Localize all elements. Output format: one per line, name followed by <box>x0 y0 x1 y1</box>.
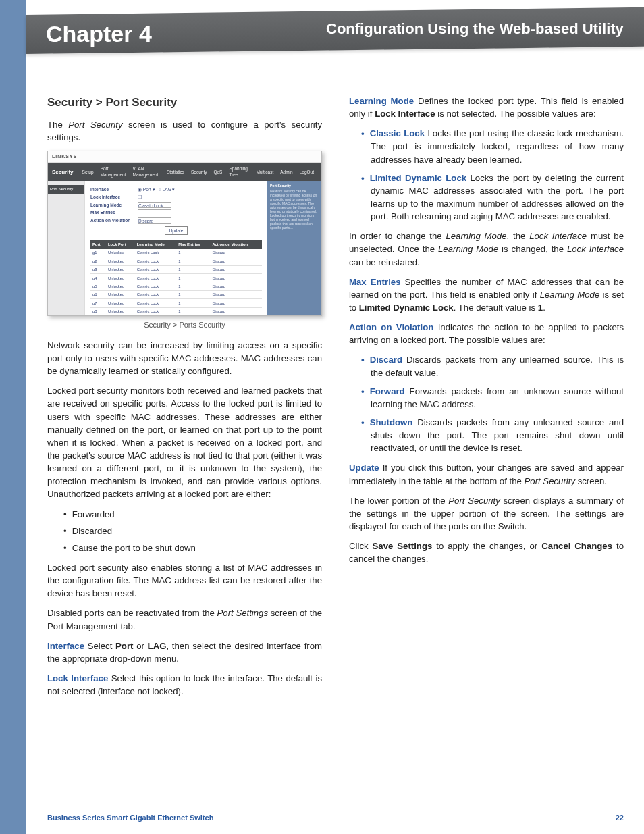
paragraph: The lower portion of the Port Security s… <box>349 494 624 533</box>
paragraph: Click Save Settings to apply the changes… <box>349 540 624 565</box>
section-title: Security > Port Security <box>47 95 322 111</box>
screenshot-nav-main: Security <box>52 168 74 176</box>
left-accent-bar <box>0 0 26 834</box>
page-footer: Business Series Smart Gigabit Ethernet S… <box>47 814 624 822</box>
page-body: Security > Port Security The Port Securi… <box>47 95 624 800</box>
definition-update: Update If you click this button, your ch… <box>349 461 624 487</box>
screenshot-form: Interface◉ Port ▾ ○ LAG ▾ Lock Interface… <box>85 181 267 316</box>
paragraph: Network security can be increased by lim… <box>47 339 322 377</box>
bullet-list: Forwarded Discarded Cause the port to be… <box>63 508 322 554</box>
list-item: Cause the port to be shut down <box>63 542 322 554</box>
list-item: Forwarded <box>63 508 322 521</box>
list-item: Forward Forwards packets from an unknown… <box>361 385 624 411</box>
definition-lock-interface: Lock Interface Select this option to loc… <box>47 672 322 698</box>
list-item: Discard Discards packets from any unlear… <box>361 353 624 379</box>
chapter-subtitle: Configuration Using the Web-based Utilit… <box>326 20 624 38</box>
footer-left: Business Series Smart Gigabit Ethernet S… <box>47 814 213 822</box>
chapter-header: Chapter 4 Configuration Using the Web-ba… <box>26 7 644 54</box>
intro-paragraph: The Port Security screen is used to conf… <box>47 118 322 144</box>
action-list: Discard Discards packets from any unlear… <box>361 353 624 454</box>
definition-action-on-violation: Action on Violation Indicates the action… <box>349 321 624 346</box>
definition-learning-mode: Learning Mode Defines the locked port ty… <box>349 95 624 120</box>
list-item: Classic Lock Locks the port using the cl… <box>361 127 624 165</box>
paragraph: Locked port security also enables storin… <box>47 561 322 600</box>
screenshot-help-panel: Port Security Network security can be in… <box>267 181 321 316</box>
paragraph: In order to change the Learning Mode, th… <box>349 230 624 268</box>
figure-caption: Security > Ports Security <box>47 320 322 331</box>
screenshot-nav: Security Setup Port Management VLAN Mana… <box>48 163 321 181</box>
paragraph: Locked port security monitors both recei… <box>47 384 322 500</box>
screenshot-frame: LINKSYS Security Setup Port Management V… <box>47 151 322 316</box>
screenshot-sidebar: Port Security <box>48 181 85 316</box>
page-number: 22 <box>616 814 624 822</box>
definition-max-entries: Max Entries Specifies the number of MAC … <box>349 276 624 314</box>
screenshot-figure: LINKSYS Security Setup Port Management V… <box>47 151 322 316</box>
chapter-label: Chapter 4 <box>46 20 152 47</box>
definition-interface: Interface Select Port or LAG, then selec… <box>47 640 322 665</box>
learning-mode-list: Classic Lock Locks the port using the cl… <box>361 127 624 223</box>
list-item: Shutdown Discards packets from any unlea… <box>361 416 624 454</box>
list-item: Limited Dynamic Lock Locks the port by d… <box>361 172 624 224</box>
screenshot-table: Port Lock Port Learning Mode Max Entries… <box>90 240 262 315</box>
screenshot-sidebar-item: Port Security <box>48 185 84 194</box>
list-item: Discarded <box>63 525 322 538</box>
paragraph: Disabled ports can be reactivated from t… <box>47 606 322 632</box>
screenshot-brand: LINKSYS <box>48 151 321 163</box>
